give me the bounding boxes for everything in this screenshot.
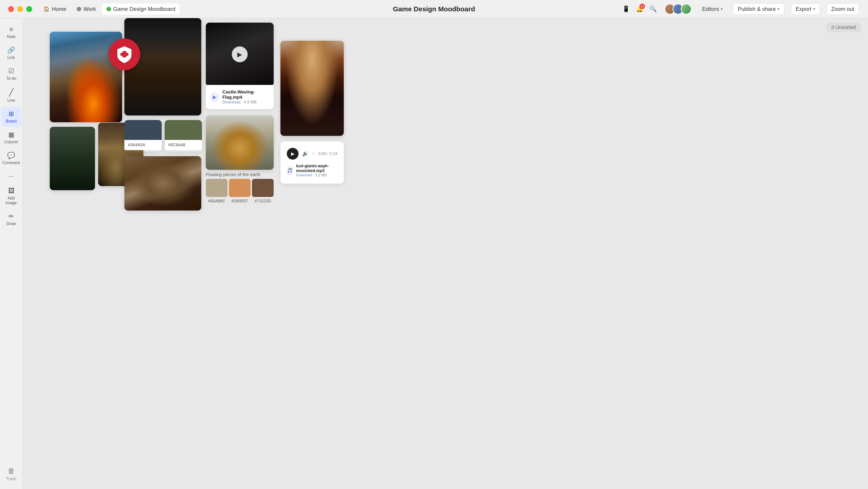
- export-chevron-icon: ▾: [813, 7, 815, 11]
- device-icon[interactable]: 📱: [621, 4, 630, 13]
- sidebar-item-link[interactable]: 🔗 Link: [1, 43, 22, 63]
- titlebar-tabs: 🏠 Home Work Game Design Moodboard: [39, 4, 180, 15]
- palette-label-3: #71523D: [254, 199, 271, 203]
- hood-card: [50, 127, 95, 190]
- swatch-color-1: [124, 120, 162, 140]
- avatar-group: [664, 4, 691, 15]
- tab-work-label: Work: [84, 6, 96, 12]
- tab-moodboard-label: Game Design Moodboard: [113, 6, 176, 12]
- color-palette-card: #B4A88C #D69057 #71523D: [206, 179, 274, 203]
- sidebar-label-line: Line: [7, 98, 15, 103]
- palette-color-3: [252, 179, 274, 197]
- castle-file-card: ▶ Castle-Waving-Flag.mp4 Download · 4.9 …: [206, 85, 274, 109]
- unsorted-badge[interactable]: 0 Unsorted: [826, 23, 861, 32]
- sidebar-label-column: Column: [4, 140, 18, 144]
- draw-icon: ✏: [9, 212, 14, 220]
- editors-chevron-icon: ▾: [721, 7, 722, 11]
- sidebar: ≡ Note 🔗 Link ☑ To-do ╱ Line ⊞ Board ▦ C…: [0, 18, 23, 489]
- board-icon: ⊞: [9, 110, 14, 117]
- castle-video-card: ▶: [206, 23, 274, 86]
- export-label: Export: [796, 6, 811, 12]
- sidebar-item-more[interactable]: ···: [1, 169, 22, 183]
- native-warrior-card: [280, 41, 344, 136]
- play-button[interactable]: ▶: [232, 47, 248, 62]
- publish-label: Publish & share: [738, 6, 776, 12]
- music-play-button[interactable]: ▶: [287, 148, 299, 160]
- castle-file-name: Castle-Waving-Flag.mp4: [222, 89, 269, 100]
- sidebar-item-note[interactable]: ≡ Note: [1, 23, 22, 42]
- castle-download-link[interactable]: Download: [222, 100, 240, 104]
- palette-color-2: [229, 179, 251, 197]
- palette-item-3: #71523D: [252, 179, 274, 203]
- palette-label-1: #B4A88C: [208, 199, 225, 203]
- titlebar-icons: 📱 🔔 21 🔍: [621, 4, 658, 13]
- sidebar-item-trash[interactable]: 🗑 Trash: [1, 464, 22, 485]
- sidebar-label-todo: To-do: [6, 76, 16, 81]
- notification-badge: 21: [640, 4, 645, 9]
- shield-logo[interactable]: [108, 38, 140, 70]
- sidebar-label-board: Board: [6, 119, 17, 124]
- sidebar-item-comment[interactable]: 💬 Comment: [1, 148, 22, 168]
- shield-icon: [115, 45, 133, 63]
- editors-button[interactable]: Editors ▾: [699, 4, 726, 15]
- palette-label-2: #D69057: [231, 199, 248, 203]
- palette-item-1: #B4A88C: [206, 179, 227, 203]
- close-button[interactable]: [8, 6, 14, 12]
- minimize-button[interactable]: [17, 6, 23, 12]
- sidebar-item-board[interactable]: ⊞ Board: [1, 107, 22, 127]
- todo-icon: ☑: [8, 67, 14, 75]
- titlebar-right: 📱 🔔 21 🔍 Editors ▾ Publish & share ▾ Exp…: [621, 3, 859, 15]
- publish-chevron-icon: ▾: [778, 7, 779, 11]
- sidebar-label-comment: Comment: [2, 161, 20, 165]
- zoom-button[interactable]: Zoom out: [827, 3, 859, 15]
- trash-label: Trash: [6, 477, 16, 481]
- editors-label: Editors: [702, 6, 719, 12]
- music-file-size: · 2.3 MB: [313, 173, 327, 177]
- more-icon: ···: [9, 173, 14, 180]
- sidebar-item-line[interactable]: ╱ Line: [1, 85, 22, 106]
- helmet-card: [124, 156, 201, 210]
- main-canvas: 0 Unsorted ▶ ▶ Castle-Wavi: [23, 18, 868, 489]
- music-file-name: lust-giants-aeph-musicbed.mp3: [296, 164, 337, 173]
- music-progress-bar[interactable]: [312, 153, 315, 154]
- swatch-label-1: #3A4A5A: [124, 140, 162, 150]
- sidebar-item-add-image[interactable]: 🖼 Add image: [1, 184, 22, 208]
- add-image-icon: 🖼: [8, 187, 14, 195]
- swatch-color-2: [165, 120, 202, 140]
- traffic-lights: [8, 6, 32, 12]
- music-download-link[interactable]: Download: [296, 173, 312, 177]
- palette-color-1: [206, 179, 227, 197]
- color-swatch-2-card: #5C6A48: [165, 120, 202, 152]
- publish-button[interactable]: Publish & share ▾: [733, 3, 784, 15]
- export-button[interactable]: Export ▾: [791, 3, 819, 15]
- sidebar-label-draw: Draw: [6, 222, 16, 226]
- tab-work[interactable]: Work: [72, 4, 101, 15]
- link-icon: 🔗: [7, 47, 15, 54]
- search-icon[interactable]: 🔍: [649, 4, 658, 13]
- music-player-card: ▶ 🔊 0:00 / 2:24 🎵 lust-giants-aeph-music…: [280, 142, 344, 183]
- color-swatch-1-card: #3A4A5A: [124, 120, 162, 152]
- palette-item-2: #D69057: [229, 179, 251, 203]
- music-time: 0:00 / 2:24: [318, 151, 337, 156]
- rock-caption: Floating pieces of the earth: [206, 172, 260, 177]
- rock-card: [206, 115, 274, 170]
- sidebar-label-link: Link: [7, 55, 15, 60]
- warrior-card: [124, 18, 201, 115]
- volume-icon[interactable]: 🔊: [302, 151, 308, 157]
- sidebar-item-draw[interactable]: ✏ Draw: [1, 209, 22, 229]
- sidebar-item-todo[interactable]: ☑ To-do: [1, 64, 22, 84]
- fullscreen-button[interactable]: [26, 6, 32, 12]
- sidebar-item-column[interactable]: ▦ Column: [1, 128, 22, 148]
- castle-file-size: · 4.9 MB: [242, 100, 257, 104]
- tab-home[interactable]: 🏠 Home: [39, 4, 71, 15]
- tab-home-label: Home: [52, 6, 66, 12]
- notification-icon[interactable]: 🔔 21: [635, 4, 644, 13]
- swatch-label-2: #5C6A48: [165, 140, 202, 150]
- trash-icon: 🗑: [8, 467, 15, 475]
- sidebar-label-note: Note: [7, 34, 16, 39]
- file-icon: ▶: [210, 92, 219, 102]
- tab-moodboard[interactable]: Game Design Moodboard: [102, 4, 180, 15]
- avatar-3: [681, 4, 691, 15]
- comment-icon: 💬: [7, 152, 15, 159]
- note-icon: ≡: [9, 26, 13, 33]
